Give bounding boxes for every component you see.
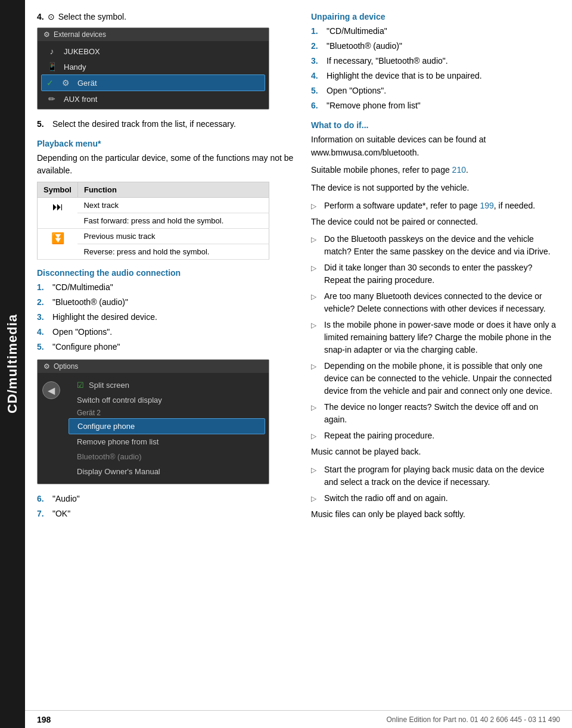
options-row-remove[interactable]: Remove phone from list [65, 434, 269, 449]
page-ref-210[interactable]: 210 [452, 165, 466, 175]
arrow-icon: ▷ [311, 402, 319, 426]
disc-step1: 1. "CD/Multimedia" [37, 281, 299, 294]
bullet-one-device: ▷ Depending on the mobile phone, it is p… [311, 360, 560, 397]
playback-table: Symbol Function ⏭ Next track Fast forwar… [37, 182, 269, 260]
list-item: ✏ AUX front [38, 91, 269, 107]
arrow-icon: ▷ [311, 234, 319, 258]
gerat-label: Gerät [77, 79, 97, 88]
bullet-passkeys: ▷ Do the Bluetooth passkeys on the devic… [311, 233, 560, 258]
options-row-switch-off[interactable]: Switch off control display [65, 393, 269, 407]
bullet-text1: Perform a software update*, refer to pag… [324, 200, 560, 212]
arrow-icon: ▷ [311, 493, 319, 505]
next-track-symbol: ⏭ [38, 198, 78, 229]
para-text4: The device could not be paired or connec… [311, 217, 478, 226]
disc-step5: 5. "Configure phone" [37, 341, 299, 353]
para-music-cannot: Music cannot be played back. [311, 446, 560, 459]
footer-text: Online Edition for Part no. 01 40 2 606 … [386, 715, 560, 724]
disc-step2: 2. "Bluetooth® (audio)" [37, 296, 299, 309]
left-column: 4. ⊙ Select the symbol. ⚙ External devic… [37, 12, 299, 526]
para-not-supported: The device is not supported by the vehic… [311, 182, 560, 195]
step5-number: 5. [37, 118, 49, 130]
disconnecting-heading: Disconnecting the audio connection [37, 268, 299, 278]
screen-title-icon: ⚙ [43, 30, 50, 39]
para-suitable-phones: Suitable mobile phones, refer to page 21… [311, 164, 560, 177]
step4-text: Select the symbol. [58, 12, 126, 21]
para-text6: Music files can only be played back soft… [311, 509, 465, 519]
right-column: Unpairing a device 1. "CD/Multimedia" 2.… [311, 12, 560, 526]
para-suitable-devices: Information on suitable devices can be f… [311, 133, 560, 159]
bullet-software-update: ▷ Perform a software update*, refer to p… [311, 200, 560, 212]
next-track-label: Next track [77, 198, 269, 213]
disc-step3: 3. Highlight the desired device. [37, 311, 299, 323]
handy-label: Handy [64, 63, 86, 71]
bullet-text6: Depending on the mobile phone, it is pos… [324, 360, 560, 397]
arrow-icon: ▷ [311, 263, 319, 287]
prev-track-label: Previous music track [77, 229, 269, 244]
page-ref-199[interactable]: 199 [480, 201, 493, 210]
bluetooth-audio-label: Bluetooth® (audio) [77, 452, 142, 461]
step5: 5. Select the desired track from the lis… [37, 118, 299, 130]
unpair-step3: 3. If necessary, "Bluetooth® audio". [311, 55, 560, 67]
owners-manual-label: Display Owner's Manual [77, 467, 160, 476]
prev-track-symbol: ⏬ [38, 229, 78, 260]
bullet-30seconds: ▷ Did it take longer than 30 seconds to … [311, 262, 560, 287]
bullet-start-program: ▷ Start the program for playing back mus… [311, 463, 560, 489]
bullet-text7: The device no longer reacts? Switch the … [324, 401, 560, 426]
playback-description: Depending on the particular device, some… [37, 152, 299, 177]
split-label: Split screen [89, 381, 129, 390]
unpairing-heading: Unpairing a device [311, 12, 560, 21]
list-item: 📱 Handy [38, 59, 269, 74]
gerat2-text: Gerät 2 [77, 409, 101, 417]
disconnecting-steps: 1. "CD/Multimedia" 2. "Bluetooth® (audio… [37, 281, 299, 353]
jukebox-icon: ♪ [46, 46, 58, 56]
reverse-label: Reverse: press and hold the symbol. [77, 244, 269, 260]
bullet-switch-radio: ▷ Switch the radio off and on again. [311, 492, 560, 505]
para-text2: Suitable mobile phones, refer to page [311, 165, 452, 175]
fast-forward-label: Fast forward: press and hold the symbol. [77, 213, 269, 229]
handy-icon: 📱 [46, 62, 58, 71]
col-symbol: Symbol [38, 182, 78, 198]
options-list: ◀ ☑ Split screen Switch off control disp… [38, 373, 269, 484]
remove-phone-label: Remove phone from list [77, 437, 158, 446]
aux-label: AUX front [64, 95, 97, 104]
arrow-icon: ▷ [311, 291, 319, 315]
para-music-softly: Music files can only be played back soft… [311, 508, 560, 521]
list-item: ♪ JUKEBOX [38, 43, 269, 59]
unpair-step1: 1. "CD/Multimedia" [311, 25, 560, 38]
options-row-bluetooth: Bluetooth® (audio) [65, 449, 269, 464]
para-could-not-pair: The device could not be paired or connec… [311, 216, 560, 229]
step4-icon: ⊙ [48, 12, 55, 21]
para-text1: Information on suitable devices can be f… [311, 135, 486, 157]
options-titlebar: ⚙ Options [38, 360, 269, 373]
bullet-text2: Do the Bluetooth passkeys on the device … [324, 233, 560, 258]
split-check-icon: ☑ [77, 381, 84, 390]
nav-circle[interactable]: ◀ [42, 381, 60, 399]
step4-intro: 4. ⊙ Select the symbol. [37, 12, 299, 21]
aux-icon: ✏ [46, 94, 58, 104]
configure-phone-label: Configure phone [77, 422, 135, 431]
table-row: ⏭ Next track [38, 198, 269, 213]
list-item-selected[interactable]: ✓ ⚙ Gerät [41, 74, 265, 91]
screen-titlebar: ⚙ External devices [38, 28, 269, 41]
bullet-text8: Repeat the pairing procedure. [324, 430, 560, 442]
options-row-owners-manual[interactable]: Display Owner's Manual [65, 464, 269, 479]
arrow-icon: ▷ [311, 320, 319, 356]
disc-step4: 4. Open "Options". [37, 326, 299, 338]
options-row-split[interactable]: ☑ Split screen [65, 378, 269, 393]
unpair-step6: 6. "Remove phone from list" [311, 99, 560, 112]
bullet-power-save: ▷ Is the mobile phone in power-save mode… [311, 319, 560, 356]
page-number: 198 [37, 715, 51, 724]
para-text3: The device is not supported by the vehic… [311, 183, 469, 192]
bullet-text10: Switch the radio off and on again. [324, 492, 560, 505]
check-icon: ✓ [46, 78, 54, 88]
arrow-icon: ▷ [311, 431, 319, 442]
unpair-step2: 2. "Bluetooth® (audio)" [311, 40, 560, 52]
arrow-icon: ▷ [311, 465, 319, 489]
options-icon: ⚙ [43, 362, 50, 371]
step6: 6. "Audio" [37, 493, 299, 505]
arrow-icon: ▷ [311, 201, 319, 212]
options-screen: ⚙ Options ◀ ☑ Split screen Switch [37, 359, 269, 484]
bullet-text4: Are too many Bluetooth devices connected… [324, 290, 560, 315]
options-row-configure[interactable]: Configure phone [69, 418, 265, 434]
what-todo-heading: What to do if... [311, 120, 560, 130]
